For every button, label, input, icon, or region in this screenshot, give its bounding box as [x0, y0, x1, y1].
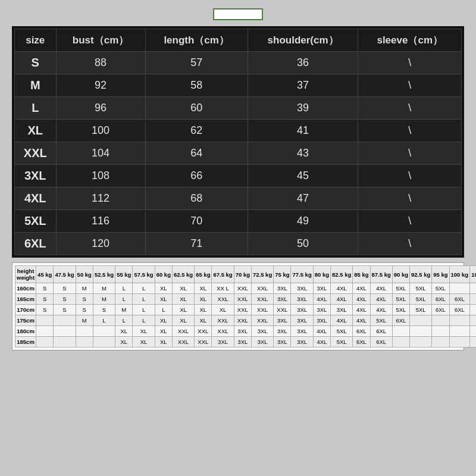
ref-cell: 5XL	[331, 337, 353, 347]
ref-cell	[76, 337, 93, 347]
ref-cell	[432, 326, 449, 337]
ref-weight-header: 67.5 kg	[212, 266, 234, 283]
ref-weight-header: 100 kg	[449, 266, 470, 283]
size-label: 6XL	[15, 233, 57, 255]
ref-weight-header: 75 kg	[274, 266, 291, 283]
ref-cell: 3XL	[291, 283, 313, 294]
ref-cell	[54, 337, 76, 347]
ref-cell: 5XL	[331, 326, 353, 337]
size-value: \	[358, 233, 462, 255]
ref-cell: XXL	[234, 294, 251, 305]
size-value: \	[358, 120, 462, 142]
col-header: bust（cm）	[56, 29, 145, 52]
ref-cell: 4XL	[353, 305, 370, 315]
ref-cell: XL	[155, 337, 172, 347]
ref-row: 180cmXLXLXLXXLXXLXXL3XL3XL3XL3XL4XL5XL6X…	[15, 326, 477, 337]
ref-cell: XXL	[274, 305, 291, 315]
ref-cell: 3XL	[291, 337, 313, 347]
size-value: 66	[145, 165, 248, 187]
ref-cell	[470, 315, 476, 326]
ref-weight-header: 90 kg	[392, 266, 409, 283]
ref-weight-header: 55 kg	[115, 266, 133, 283]
ref-cell: S	[54, 283, 76, 294]
size-label: 3XL	[15, 165, 57, 187]
table-row: XL1006241\	[15, 120, 462, 142]
ref-cell: L	[133, 305, 155, 315]
ref-height-label: 185cm	[15, 337, 36, 347]
size-value: 62	[145, 120, 248, 142]
size-value: 39	[248, 97, 358, 120]
ref-cell: 5XL	[410, 294, 432, 305]
size-value: \	[358, 187, 462, 210]
ref-cell: 6XL	[449, 294, 470, 305]
ref-row: 170cmSSSSMLLXLXLXLXXLXXLXXL3XL3XL3XL4XL4…	[15, 305, 477, 315]
table-row: 5XL1167049\	[15, 210, 462, 233]
size-value: 92	[56, 74, 145, 97]
ref-cell: XL	[155, 294, 172, 305]
ref-cell: M	[93, 294, 115, 305]
size-value: \	[358, 210, 462, 233]
ref-cell: XL	[133, 337, 155, 347]
ref-cell: 4XL	[353, 283, 370, 294]
ref-weight-header: 70 kg	[234, 266, 251, 283]
ref-cell: XXL	[195, 337, 212, 347]
ref-cell: L	[115, 315, 133, 326]
ref-cell: M	[76, 283, 93, 294]
size-value: \	[358, 165, 462, 187]
ref-weight-header: 87.5 kg	[370, 266, 392, 283]
ref-cell: 5XL	[410, 283, 432, 294]
main-table-wrapper: sizebust（cm）length（cm）shoulder(cm）sleeve…	[12, 26, 464, 258]
size-label: XXL	[15, 142, 57, 165]
ref-cell: S	[36, 283, 54, 294]
ref-weight-header: 45 kg	[36, 266, 54, 283]
size-value: 112	[56, 187, 145, 210]
ref-cell: XL	[195, 283, 212, 294]
size-value: 41	[248, 120, 358, 142]
ref-cell: XL	[155, 315, 172, 326]
size-value: 57	[145, 52, 248, 74]
ref-cell: 5XL	[410, 305, 432, 315]
ref-weight-header: 80 kg	[313, 266, 330, 283]
ref-cell	[432, 337, 449, 347]
ref-height-label: 165cm	[15, 294, 36, 305]
ref-cell: 3XL	[234, 337, 251, 347]
ref-cell	[54, 326, 76, 337]
size-label: S	[15, 52, 57, 74]
ref-cell: XXL	[251, 305, 273, 315]
table-row: M925837\	[15, 74, 462, 97]
ref-row: 185cmXLXLXLXXLXXL3XL3XL3XL3XL3XL4XL5XL6X…	[15, 337, 477, 347]
ref-cell: XXL	[234, 315, 251, 326]
ref-cell: L	[133, 294, 155, 305]
size-label: L	[15, 97, 57, 120]
ref-cell: 4XL	[370, 294, 392, 305]
size-value: \	[358, 74, 462, 97]
col-header: length（cm）	[145, 29, 248, 52]
ref-height-label: 180cm	[15, 326, 36, 337]
ref-weight-header: 62.5 kg	[172, 266, 194, 283]
table-header-row: sizebust（cm）length（cm）shoulder(cm）sleeve…	[15, 29, 462, 52]
ref-cell: L	[115, 283, 133, 294]
page-wrapper: sizebust（cm）length（cm）shoulder(cm）sleeve…	[0, 0, 476, 476]
size-label: M	[15, 74, 57, 97]
ref-cell	[449, 315, 470, 326]
ref-cell: 6XL	[432, 305, 449, 315]
size-value: 104	[56, 142, 145, 165]
ref-cell: 6XL	[370, 326, 392, 337]
ref-cell	[449, 283, 470, 294]
ref-cell: 4XL	[313, 294, 330, 305]
ref-cell: XX L	[212, 283, 234, 294]
ref-cell: 3XL	[291, 315, 313, 326]
ref-cell: XL	[172, 294, 194, 305]
ref-weight-header: 57.5 kg	[133, 266, 155, 283]
ref-weight-header: 65 kg	[195, 266, 212, 283]
ref-cell: 4XL	[313, 326, 330, 337]
ref-cell: 5XL	[392, 305, 409, 315]
ref-height-label: 160cm	[15, 283, 36, 294]
ref-cell	[470, 294, 476, 305]
ref-cell: 6XL	[353, 326, 370, 337]
ref-col-header-label: heightweight	[15, 266, 36, 283]
size-value: 47	[248, 187, 358, 210]
ref-cell	[93, 337, 115, 347]
ref-cell: S	[76, 305, 93, 315]
ref-cell: L	[133, 315, 155, 326]
